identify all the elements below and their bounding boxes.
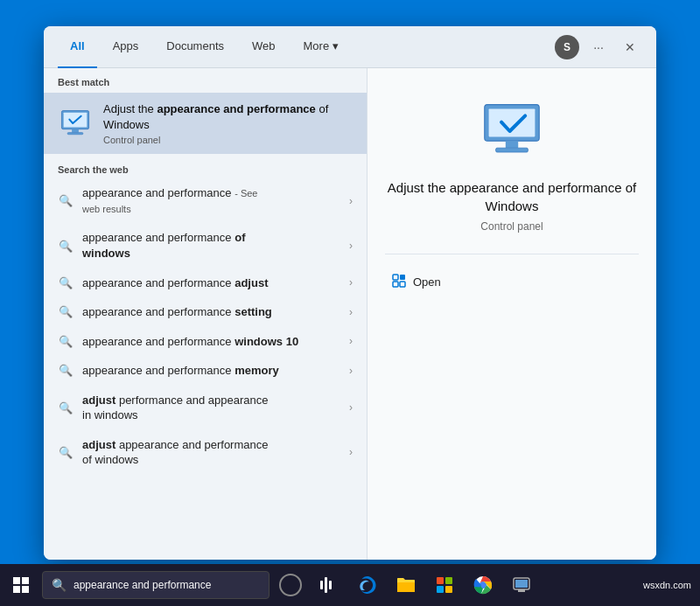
svg-rect-9	[400, 275, 405, 280]
taskbar-search-bar[interactable]: 🔍	[42, 571, 270, 599]
search-header: All Apps Documents Web More ▾ S ··· ✕	[44, 26, 656, 68]
svg-rect-10	[393, 282, 398, 287]
web-section-label: Search the web	[44, 156, 367, 178]
search-icon: 🔍	[58, 401, 74, 414]
header-actions: S ··· ✕	[555, 35, 642, 59]
svg-rect-12	[397, 582, 415, 592]
list-item[interactable]: 🔍 adjust performance and appearancein wi…	[44, 386, 367, 430]
chevron-right-icon: ›	[349, 276, 353, 289]
svg-rect-20	[515, 580, 528, 588]
edge-icon-button[interactable]	[350, 568, 385, 603]
tab-documents[interactable]: Documents	[154, 26, 236, 68]
svg-rect-6	[506, 141, 518, 148]
taskbar-search-input[interactable]	[74, 579, 248, 591]
best-match-text: Adjust the appearance and performance of…	[103, 101, 353, 145]
svg-rect-7	[496, 148, 528, 152]
svg-rect-21	[518, 589, 525, 592]
tab-apps[interactable]: Apps	[101, 26, 151, 68]
cortana-icon	[279, 574, 302, 596]
svg-rect-11	[400, 282, 405, 287]
file-explorer-button[interactable]	[388, 568, 424, 603]
svg-rect-14	[445, 577, 452, 584]
chevron-right-icon: ›	[349, 335, 353, 347]
system-icon-button[interactable]	[504, 568, 539, 603]
list-item[interactable]: 🔍 appearance and performance memory ›	[44, 356, 367, 386]
chevron-right-icon: ›	[349, 446, 353, 458]
svg-rect-3	[67, 133, 83, 135]
taskbar: 🔍	[0, 564, 700, 606]
search-icon: 🔍	[58, 276, 74, 289]
svg-rect-8	[393, 275, 398, 280]
tab-web[interactable]: Web	[240, 26, 288, 68]
chevron-right-icon: ›	[349, 365, 353, 377]
detail-divider	[385, 254, 639, 254]
search-icon: 🔍	[58, 305, 74, 318]
close-button[interactable]: ✕	[618, 35, 642, 59]
svg-rect-13	[437, 577, 444, 584]
open-icon	[392, 274, 406, 290]
search-content: Best match	[44, 68, 656, 560]
list-item[interactable]: 🔍 appearance and performance setting ›	[44, 297, 367, 327]
search-icon: 🔍	[58, 335, 74, 348]
detail-icon	[477, 94, 547, 164]
detail-subtitle: Control panel	[480, 220, 542, 233]
open-action[interactable]: Open	[385, 268, 639, 296]
list-item[interactable]: 🔍 adjust appearance and performanceof wi…	[44, 430, 367, 475]
search-icon: 🔍	[58, 446, 74, 459]
control-panel-icon	[58, 106, 93, 141]
best-match-item[interactable]: Adjust the appearance and performance of…	[44, 93, 367, 154]
windows-icon	[13, 577, 29, 593]
tab-all[interactable]: All	[58, 26, 97, 68]
chevron-right-icon: ›	[349, 401, 353, 414]
search-icon: 🔍	[58, 240, 74, 253]
result-text: adjust performance and appearancein wind…	[82, 393, 340, 423]
svg-rect-16	[445, 586, 452, 593]
list-item[interactable]: 🔍 appearance and performance adjust ›	[44, 268, 367, 298]
task-view-icon	[320, 577, 332, 593]
more-options-button[interactable]: ···	[586, 35, 611, 59]
right-panel: Adjust the appearance and performance of…	[368, 68, 656, 560]
search-icon: 🔍	[58, 194, 74, 207]
cortana-button[interactable]	[273, 568, 308, 603]
taskbar-clock: wsxdn.com	[643, 580, 700, 590]
svg-rect-1	[64, 113, 88, 128]
svg-rect-2	[72, 129, 79, 133]
left-panel: Best match	[44, 68, 368, 560]
user-avatar[interactable]: S	[555, 35, 579, 59]
list-item[interactable]: 🔍 appearance and performance ofwindows ›	[44, 223, 367, 268]
best-match-subtitle: Control panel	[103, 135, 353, 145]
result-text: appearance and performance - Seeweb resu…	[82, 185, 340, 216]
result-text: adjust appearance and performanceof wind…	[82, 437, 340, 468]
best-match-label: Best match	[44, 68, 367, 93]
svg-rect-15	[437, 586, 444, 593]
taskbar-search-icon: 🔍	[52, 578, 66, 592]
best-match-title: Adjust the appearance and performance of…	[103, 101, 353, 133]
result-text: appearance and performance windows 10	[82, 334, 340, 350]
search-window: All Apps Documents Web More ▾ S ··· ✕	[44, 26, 656, 560]
tab-more[interactable]: More ▾	[291, 26, 351, 68]
taskbar-icons	[350, 568, 539, 603]
result-text: appearance and performance ofwindows	[82, 230, 340, 261]
open-action-label: Open	[413, 275, 441, 289]
chrome-button[interactable]	[466, 568, 500, 603]
result-text: appearance and performance memory	[82, 363, 340, 379]
start-button[interactable]	[0, 564, 42, 606]
list-item[interactable]: 🔍 appearance and performance - Seeweb re…	[44, 178, 367, 223]
chevron-right-icon: ›	[349, 240, 353, 252]
chevron-right-icon: ›	[349, 306, 353, 318]
detail-title: Adjust the appearance and performance of…	[388, 178, 636, 215]
svg-rect-5	[489, 108, 536, 136]
list-item[interactable]: 🔍 appearance and performance windows 10 …	[44, 327, 367, 357]
result-text: appearance and performance setting	[82, 304, 340, 320]
result-text: appearance and performance adjust	[82, 275, 340, 291]
store-button[interactable]	[427, 568, 462, 603]
task-view-button[interactable]	[308, 568, 343, 603]
chevron-right-icon: ›	[349, 195, 353, 207]
search-icon: 🔍	[58, 364, 74, 377]
